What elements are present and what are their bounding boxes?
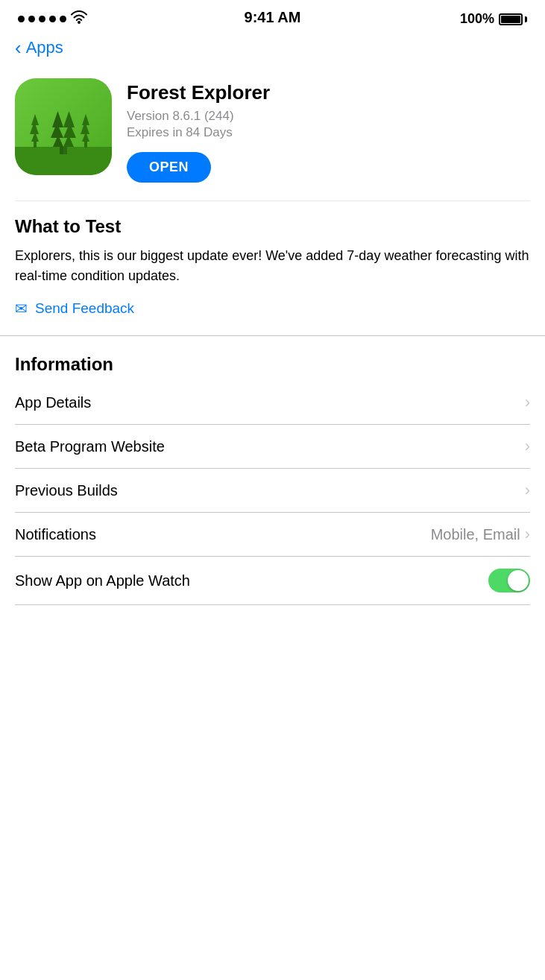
app-expires: Expires in 84 Days [127,125,530,140]
app-details-chevron-icon: › [525,393,530,412]
what-to-test-section: What to Test Explorers, this is our bigg… [0,201,545,317]
what-to-test-heading: What to Test [15,216,530,237]
previous-builds-label: Previous Builds [15,482,118,499]
back-button[interactable]: ‹ Apps [15,38,530,57]
notifications-value: Mobile, Email [431,526,520,543]
svg-rect-11 [60,147,63,154]
status-right: 100% [460,11,527,27]
back-label: Apps [26,38,63,57]
beta-program-label: Beta Program Website [15,438,165,455]
app-icon-wrapper [15,78,112,183]
bottom-divider [15,604,530,605]
beta-program-right: › [525,437,530,456]
signal-dot-5 [60,16,66,22]
notifications-row[interactable]: Notifications Mobile, Email › [15,513,530,557]
signal-dot-3 [39,16,45,22]
notifications-label: Notifications [15,526,96,543]
app-details-right: › [525,393,530,412]
send-feedback-link[interactable]: Send Feedback [35,300,134,317]
app-details-label: App Details [15,394,91,411]
previous-builds-right: › [525,481,530,500]
trees-svg [15,93,112,160]
email-icon: ✉ [15,300,28,317]
svg-rect-7 [84,142,87,148]
notifications-right: Mobile, Email › [431,525,530,544]
beta-program-row[interactable]: Beta Program Website › [15,425,530,469]
previous-builds-row[interactable]: Previous Builds › [15,469,530,513]
svg-rect-15 [63,147,67,154]
nav-bar: ‹ Apps [0,34,545,66]
svg-marker-2 [31,114,39,125]
app-version: Version 8.6.1 (244) [127,109,530,124]
apple-watch-toggle[interactable] [488,569,530,592]
beta-program-chevron-icon: › [525,437,530,456]
signal-dots [18,16,66,22]
previous-builds-chevron-icon: › [525,481,530,500]
battery-percent: 100% [460,11,494,27]
svg-marker-10 [52,111,63,127]
open-button[interactable]: OPEN [127,152,211,183]
back-chevron-icon: ‹ [15,38,22,57]
app-details-row[interactable]: App Details › [15,381,530,425]
signal-dot-2 [28,16,35,22]
svg-marker-6 [82,114,89,125]
feedback-row: ✉ Send Feedback [15,300,530,317]
information-section: Information App Details › Beta Program W… [0,336,545,605]
svg-marker-14 [63,111,75,127]
wifi-icon [71,10,87,28]
app-icon [15,78,112,175]
app-header: Forest Explorer Version 8.6.1 (244) Expi… [0,66,545,200]
apple-watch-label: Show App on Apple Watch [15,572,190,589]
what-to-test-body: Explorers, this is our biggest update ev… [15,246,530,286]
signal-dot-4 [49,16,56,22]
app-info: Forest Explorer Version 8.6.1 (244) Expi… [127,78,530,183]
status-bar: 9:41 AM 100% [0,0,545,34]
toggle-thumb [508,570,529,591]
signal-dot-1 [18,16,25,22]
apple-watch-row: Show App on Apple Watch [15,557,530,604]
svg-rect-3 [34,142,37,148]
status-left [18,10,87,28]
notifications-chevron-icon: › [525,525,530,544]
battery-icon [499,13,527,25]
status-time: 9:41 AM [245,9,301,26]
app-name: Forest Explorer [127,81,530,104]
information-heading: Information [15,354,530,375]
